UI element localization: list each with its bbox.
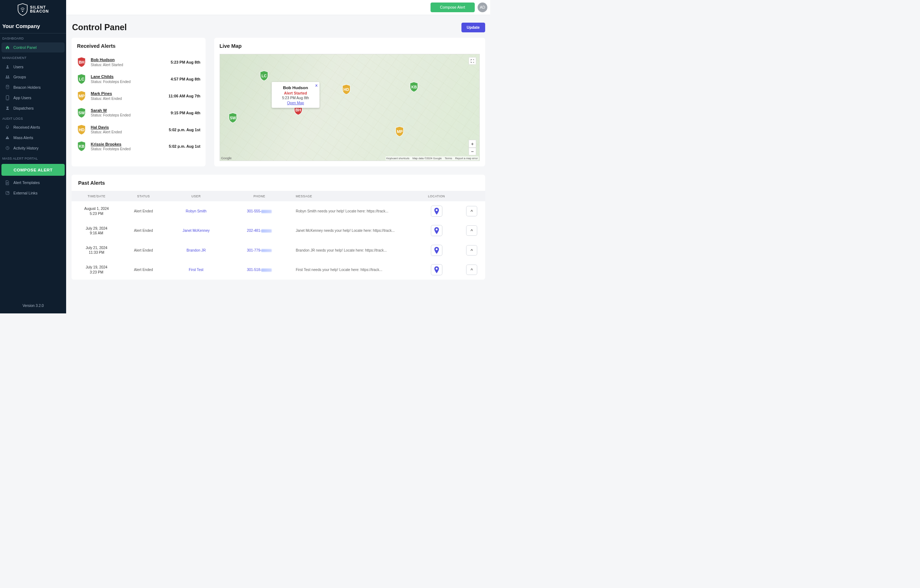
received-alert-row: LCLane ChildsStatus: Footsteps Ended4:57…: [77, 70, 200, 87]
cell-phone-link[interactable]: 301-779-: [227, 248, 292, 252]
sidebar-item-groups[interactable]: Groups: [2, 72, 65, 82]
cell-user-link[interactable]: Brandon JR: [165, 248, 227, 252]
cell-message: Brandon JR needs your help! Locate here:…: [292, 248, 415, 252]
sidebar-item-app-users[interactable]: App Users: [2, 92, 65, 103]
svg-point-16: [436, 268, 437, 270]
alert-status: Status: Alert Ended: [91, 130, 164, 134]
terms-link[interactable]: Terms: [445, 157, 452, 160]
sidebar-item-beacon-holders[interactable]: Beacon Holders: [2, 82, 65, 93]
th-phone: PHONE: [227, 194, 292, 198]
cell-status: Alert Ended: [121, 228, 166, 233]
received-alert-row: KBKrissie BrookesStatus: Footsteps Ended…: [77, 138, 200, 155]
alert-user-link[interactable]: Bob Hudson: [91, 58, 167, 62]
past-alert-row: July 19, 20243:23 PMAlert EndedFirst Tes…: [71, 260, 485, 279]
zoom-in-button[interactable]: +: [469, 140, 476, 147]
svg-point-8: [7, 107, 8, 108]
cell-phone-link[interactable]: 301-555-: [227, 209, 292, 213]
live-map-card: Live Map LCHDBHSWKBMP X Bob Hudson Alert…: [214, 38, 485, 167]
keyboard-shortcuts-link[interactable]: Keyboard shortcuts: [386, 157, 409, 160]
sidebar-item-activity-history[interactable]: Activity History: [2, 143, 65, 153]
sidebar-item-label: Dispatchers: [13, 106, 33, 110]
location-button[interactable]: [431, 206, 442, 217]
past-alerts-title: Past Alerts: [71, 180, 485, 186]
phone-redacted: [261, 269, 272, 272]
th-status: STATUS: [121, 194, 166, 198]
company-name: Your Company: [0, 19, 66, 33]
received-alert-row: BHBob HudsonStatus: Alert Started5:23 PM…: [77, 54, 200, 71]
topbar: Compose Alert AD: [66, 0, 490, 15]
section-label: MANAGEMENT: [0, 52, 66, 62]
svg-rect-9: [7, 137, 8, 138]
expand-button[interactable]: ^: [466, 245, 477, 256]
avatar[interactable]: AD: [478, 3, 487, 12]
cell-message: Robyn Smith needs your help! Locate here…: [292, 209, 415, 213]
cell-user-link[interactable]: First Test: [165, 268, 227, 272]
cell-user-link[interactable]: Robyn Smith: [165, 209, 227, 213]
expand-button[interactable]: ^: [466, 225, 477, 236]
cell-message: Janet McKenney needs your help! Locate h…: [292, 228, 415, 233]
pin-icon: [434, 208, 439, 215]
sidebar-item-label: Mass Alerts: [13, 136, 33, 140]
sidebar: SILENT BEACON Your Company DASHBOARDCont…: [0, 0, 66, 313]
svg-point-7: [7, 99, 8, 100]
cell-date: July 29, 20249:16 AM: [71, 227, 121, 235]
popup-open-map-link[interactable]: Open Map: [277, 101, 315, 105]
sidebar-item-label: Control Panel: [13, 45, 37, 50]
compose-alert-button[interactable]: Compose Alert: [431, 3, 475, 12]
main: Compose Alert AD Control Panel Update Re…: [66, 0, 490, 313]
phone-redacted: [261, 229, 272, 233]
svg-point-13: [436, 209, 437, 211]
map[interactable]: LCHDBHSWKBMP X Bob Hudson Alert Started …: [220, 54, 480, 161]
alert-user-link[interactable]: Lane Childs: [91, 75, 167, 79]
phone-redacted: [261, 210, 272, 213]
sidebar-item-users[interactable]: Users: [2, 62, 65, 72]
alert-user-link[interactable]: Hal Davis: [91, 125, 164, 130]
location-button[interactable]: [431, 245, 442, 256]
sidebar-item-alert-templates[interactable]: Alert Templates: [2, 178, 65, 188]
location-button[interactable]: [431, 225, 442, 236]
alert-shield-icon: KB: [77, 141, 86, 152]
sidebar-item-dispatchers[interactable]: Dispatchers: [2, 103, 65, 113]
th-user: USER: [165, 194, 227, 198]
alert-status: Status: Footsteps Ended: [91, 113, 167, 117]
alert-status: Status: Alert Started: [91, 63, 167, 67]
sidebar-item-mass-alerts[interactable]: Mass Alerts: [2, 133, 65, 143]
received-alerts-title: Received Alerts: [77, 43, 200, 49]
alert-user-link[interactable]: Sarah W: [91, 108, 167, 112]
clock-icon: [5, 146, 10, 151]
sidebar-item-control-panel[interactable]: Control Panel: [2, 42, 65, 53]
report-error-link[interactable]: Report a map error: [455, 157, 478, 160]
update-button[interactable]: Update: [462, 23, 485, 32]
cell-user-link[interactable]: Janet McKenney: [165, 228, 227, 233]
zoom-out-button[interactable]: −: [469, 148, 476, 155]
svg-point-2: [6, 76, 7, 77]
cell-phone-link[interactable]: 301-518-: [227, 268, 292, 272]
th-date: TIME/DATE: [71, 194, 121, 198]
expand-button[interactable]: ^: [466, 206, 477, 216]
location-button[interactable]: [431, 264, 442, 275]
group-icon: [5, 75, 10, 79]
alert-user-link[interactable]: Krissie Brookes: [91, 142, 164, 146]
map-marker[interactable]: LC: [259, 70, 269, 81]
phone-redacted: [261, 249, 272, 252]
th-msg: MESSAGE: [292, 194, 415, 198]
fullscreen-icon: [471, 59, 475, 63]
fullscreen-button[interactable]: [469, 57, 476, 65]
alert-time: 11:06 AM Aug 7th: [168, 94, 201, 98]
alert-time: 4:57 PM Aug 8th: [171, 77, 201, 81]
map-marker[interactable]: MP: [395, 126, 404, 137]
sidebar-item-received-alerts[interactable]: Received Alerts: [2, 122, 65, 133]
map-marker[interactable]: HD: [342, 84, 351, 95]
map-marker[interactable]: SW: [228, 112, 238, 123]
popup-name: Bob Hudson: [277, 85, 315, 90]
sidebar-item-external-links[interactable]: External Links: [2, 188, 65, 198]
alert-user-link[interactable]: Mark Pines: [91, 91, 164, 96]
cell-phone-link[interactable]: 202-481-: [227, 228, 292, 233]
sidebar-item-label: Activity History: [13, 146, 39, 150]
compose-alert-sidebar-button[interactable]: COMPOSE ALERT: [2, 164, 65, 175]
popup-close-button[interactable]: X: [315, 83, 317, 87]
map-marker[interactable]: KB: [409, 82, 419, 92]
sidebar-item-label: Groups: [13, 75, 26, 79]
expand-button[interactable]: ^: [466, 264, 477, 275]
alert-shield-icon: HD: [77, 124, 86, 135]
